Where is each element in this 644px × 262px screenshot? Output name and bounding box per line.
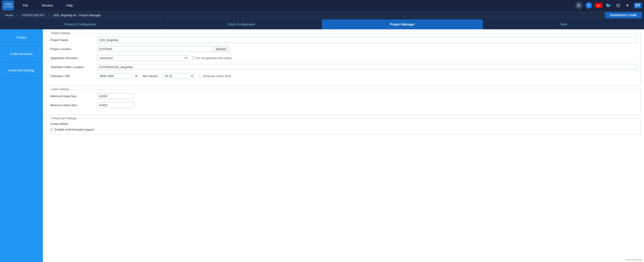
network-icon[interactable]: ✦ <box>624 2 631 8</box>
linker-settings-section: Linker Settings Minimum Heap Size Minimu… <box>46 88 640 114</box>
min-stack-row: Minimum Stack Size <box>50 102 636 108</box>
st-logo: ST <box>634 3 642 8</box>
top-menubar: STM32 CubeMX File Window Help ⚙ f ▶ 🐦 ⊙ … <box>0 0 644 11</box>
content-area: Project Settings Project Name Project Lo… <box>43 29 644 262</box>
project-settings-section: Project Settings Project Name Project Lo… <box>46 32 640 86</box>
twitter-icon[interactable]: 🐦 <box>606 2 612 8</box>
sidebar-item-project[interactable]: Project <box>0 29 43 46</box>
min-stack-label: Minimum Stack Size <box>50 104 98 107</box>
browse-button[interactable]: Browse <box>214 46 229 52</box>
do-not-generate-checkbox[interactable] <box>192 56 195 60</box>
app-structure-row: Application Structure Advanced Basic Do … <box>50 55 636 61</box>
enable-multithread-row: Enable multi-threaded support <box>50 128 636 131</box>
menu-window[interactable]: Window <box>42 4 53 7</box>
tab-clock[interactable]: Clock Configuration <box>161 20 322 29</box>
cortex-label: Cortex-M3NS <box>50 122 636 126</box>
project-location-input[interactable] <box>98 46 214 52</box>
enable-multithread-label: Enable multi-threaded support <box>55 128 94 131</box>
min-heap-input[interactable] <box>98 93 134 99</box>
thread-settings-section: Thread-safe Settings Cortex-M3NS Enable … <box>46 117 640 134</box>
min-version-label: Min Version <box>143 74 158 78</box>
tab-tools[interactable]: Tools <box>483 20 644 29</box>
settings-icon[interactable]: ⚙ <box>575 2 582 9</box>
tab-bar: Pinout & Configuration Clock Configurati… <box>0 20 644 29</box>
facebook-icon[interactable]: f <box>586 2 592 8</box>
youtube-icon[interactable]: ▶ <box>595 3 602 8</box>
app-logo: STM32 CubeMX <box>2 0 14 10</box>
toolchain-folder-input[interactable] <box>98 64 636 70</box>
project-location-label: Project Location <box>50 47 98 51</box>
project-location-row: Project Location Browse <box>50 46 636 52</box>
sidebar-item-advanced-settings[interactable]: Advanced Settings <box>0 62 43 79</box>
enable-multithread-checkbox[interactable] <box>50 128 53 131</box>
breadcrumb-home[interactable]: Home <box>2 12 16 18</box>
sidebar-item-code-generator[interactable]: Code Generator <box>0 46 43 62</box>
min-heap-label: Minimum Heap Size <box>50 94 98 98</box>
do-not-generate-label: Do not generate the main() <box>192 56 232 60</box>
logo-top-text: STM32 <box>4 3 12 5</box>
linker-settings-legend: Linker Settings <box>50 88 70 91</box>
top-icons: ⚙ f ▶ 🐦 ⊙ ✦ ST <box>575 2 642 9</box>
generate-under-root-checkbox[interactable] <box>199 75 202 78</box>
sidebar: Project Code Generator Advanced Settings <box>0 29 43 262</box>
breadcrumb-project[interactable]: LED_dingshiqi.ioc - Project Manager <box>50 12 104 18</box>
project-settings-legend: Project Settings <box>50 32 71 35</box>
app-structure-label: Application Structure <box>50 56 98 60</box>
github-icon[interactable]: ⊙ <box>615 2 621 8</box>
app-structure-select[interactable]: Advanced Basic <box>98 55 188 61</box>
menu-items: File Window Help <box>23 4 575 7</box>
menu-help[interactable]: Help <box>66 4 73 7</box>
logo-bottom-text: CubeMX <box>3 5 13 8</box>
project-location-input-group: Browse <box>98 46 229 52</box>
min-stack-input[interactable] <box>98 102 134 108</box>
breadcrumb-arrow-1: › <box>17 13 18 17</box>
menu-file[interactable]: File <box>23 4 28 7</box>
project-name-row: Project Name <box>50 37 636 43</box>
toolchain-ide-row: Toolchain / IDE MDK-ARM EWARM STM32CubeI… <box>50 73 636 79</box>
toolchain-ide-select[interactable]: MDK-ARM EWARM STM32CubeIDE Makefile <box>98 73 138 79</box>
generate-code-button[interactable]: GENERATE CODE <box>605 12 642 18</box>
generate-under-root-label: Generate Under Root <box>199 74 231 78</box>
project-name-input[interactable] <box>98 37 636 43</box>
main-layout: Project Code Generator Advanced Settings… <box>0 29 644 262</box>
thread-settings-legend: Thread-safe Settings <box>50 117 77 120</box>
toolchain-ide-label: Toolchain / IDE <box>50 74 98 78</box>
toolchain-folder-label: Toolchain Folder Location <box>50 66 98 69</box>
min-heap-row: Minimum Heap Size <box>50 93 636 99</box>
toolchain-folder-row: Toolchain Folder Location <box>50 64 636 70</box>
toolchain-ide-controls: MDK-ARM EWARM STM32CubeIDE Makefile Min … <box>98 73 231 79</box>
min-version-select[interactable]: V5.32 V5.27 V5.20 <box>162 73 194 79</box>
tab-project-manager[interactable]: Project Manager <box>322 20 483 29</box>
tab-pinout[interactable]: Pinout & Configuration <box>0 20 161 29</box>
project-name-label: Project Name <box>50 38 98 42</box>
logo-area: STM32 CubeMX <box>2 0 14 10</box>
watermark: CSDN @Sunrise <box>625 258 642 261</box>
breadcrumb-bar: Home › STM32F103C8Tx › LED_dingshiqi.ioc… <box>0 11 644 20</box>
breadcrumb-chip[interactable]: STM32F103C8Tx <box>18 12 48 18</box>
breadcrumb-arrow-2: › <box>48 13 50 17</box>
